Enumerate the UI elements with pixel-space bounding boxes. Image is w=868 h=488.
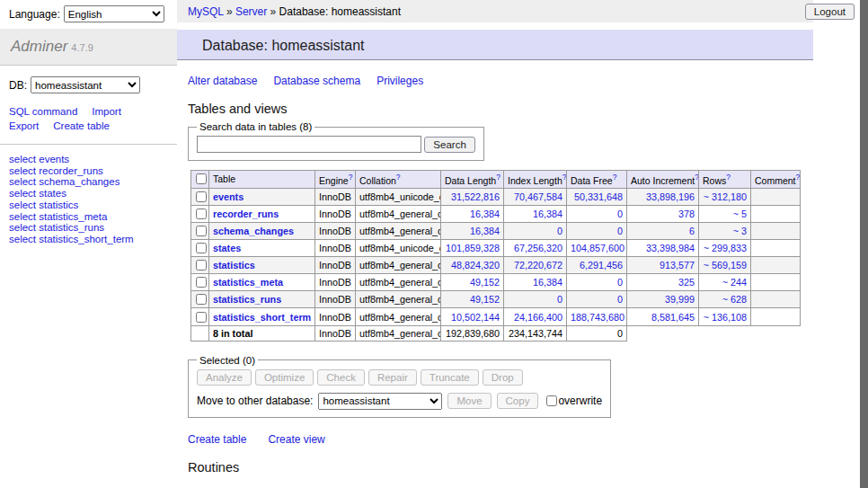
sidebar-link-import[interactable]: Import <box>92 106 121 117</box>
cell-data-length[interactable]: 49,152 <box>441 274 504 291</box>
sidebar-item-select-schema-changes[interactable]: select schema_changes <box>9 176 177 188</box>
row-checkbox-statistics-runs[interactable] <box>196 294 207 305</box>
move-db-select[interactable]: homeassistant <box>318 393 442 410</box>
check-button[interactable]: Check <box>317 369 365 386</box>
cell-rows[interactable]: ~ 3 <box>699 222 751 239</box>
row-checkbox-statistics-short-term[interactable] <box>196 312 207 323</box>
help-link[interactable]: ? <box>349 173 353 182</box>
create-table-link[interactable]: Create table <box>188 433 246 446</box>
table-name-link-statistics[interactable]: statistics <box>213 260 255 271</box>
help-link[interactable]: ? <box>726 173 731 182</box>
cell-data-length[interactable]: 10,502,144 <box>441 308 504 325</box>
cell-auto-increment[interactable]: 913,577 <box>627 257 699 274</box>
cell-data-free[interactable]: 50,331,648 <box>567 188 627 205</box>
table-name-link-statistics-runs[interactable]: statistics_runs <box>213 294 281 305</box>
table-name-link-statistics-meta[interactable]: statistics_meta <box>213 277 283 288</box>
cell-index-length[interactable]: 72,220,672 <box>504 257 567 274</box>
cell-rows[interactable]: ~ 569,159 <box>699 257 751 274</box>
cell-rows[interactable]: ~ 5 <box>699 205 751 222</box>
row-checkbox-statistics[interactable] <box>196 260 207 271</box>
db-select[interactable]: homeassistant <box>31 76 140 93</box>
sidebar-item-select-statistics-meta[interactable]: select statistics_meta <box>9 211 177 223</box>
cell-rows[interactable]: ~ 244 <box>699 274 751 291</box>
cell-auto-increment[interactable]: 6 <box>627 222 699 239</box>
scrollbar[interactable] <box>860 0 868 488</box>
table-name-link-recorder-runs[interactable]: recorder_runs <box>213 209 279 219</box>
cell-data-length[interactable]: 16,384 <box>441 205 504 222</box>
cell-auto-increment[interactable]: 325 <box>627 274 699 291</box>
cell-rows[interactable]: ~ 136,108 <box>699 308 751 325</box>
row-checkbox-schema-changes[interactable] <box>196 226 207 236</box>
repair-button[interactable]: Repair <box>368 369 417 386</box>
cell-rows[interactable]: ~ 312,180 <box>699 188 751 205</box>
truncate-button[interactable]: Truncate <box>421 369 479 386</box>
sidebar-item-select-statistics-short-term[interactable]: select statistics_short_term <box>9 234 177 245</box>
cell-data-length[interactable]: 49,152 <box>441 291 504 308</box>
search-input[interactable] <box>197 136 421 153</box>
cell-auto-increment[interactable]: 33,898,196 <box>627 188 699 205</box>
cell-data-length[interactable]: 48,824,320 <box>441 257 504 274</box>
optimize-button[interactable]: Optimize <box>255 369 314 386</box>
sidebar-link-create-table[interactable]: Create table <box>53 120 110 131</box>
cell-rows[interactable]: ~ 628 <box>699 291 751 308</box>
table-name-link-states[interactable]: states <box>213 243 241 253</box>
language-select[interactable]: English <box>64 5 164 22</box>
copy-button[interactable]: Copy <box>497 393 539 409</box>
cell-data-free[interactable]: 104,857,600 <box>567 239 627 256</box>
link-database-schema[interactable]: Database schema <box>273 75 360 87</box>
link-privileges[interactable]: Privileges <box>376 75 423 87</box>
help-link[interactable]: ? <box>796 173 801 182</box>
cell-data-free[interactable]: 0 <box>567 291 627 308</box>
cell-data-free[interactable]: 0 <box>567 274 627 291</box>
cell-data-length[interactable]: 16,384 <box>441 222 504 239</box>
table-name-link-events[interactable]: events <box>213 191 244 202</box>
cell-data-free[interactable]: 0 <box>567 222 627 239</box>
sidebar-item-select-statistics[interactable]: select statistics <box>9 200 177 211</box>
table-name-link-statistics-short-term[interactable]: statistics_short_term <box>213 312 311 323</box>
row-checkbox-statistics-meta[interactable] <box>196 277 207 288</box>
row-checkbox-states[interactable] <box>196 243 207 253</box>
cell-auto-increment[interactable]: 378 <box>627 205 699 222</box>
cell-index-length[interactable]: 16,384 <box>504 205 567 222</box>
row-checkbox-events[interactable] <box>196 191 207 202</box>
sidebar-link-export[interactable]: Export <box>9 120 39 131</box>
link-alter-database[interactable]: Alter database <box>188 75 257 87</box>
cell-data-free[interactable]: 0 <box>567 205 627 222</box>
cell-data-length[interactable]: 31,522,816 <box>441 188 504 205</box>
help-link[interactable]: ? <box>562 173 567 182</box>
row-checkbox-recorder-runs[interactable] <box>196 209 207 219</box>
sidebar-item-select-statistics-runs[interactable]: select statistics_runs <box>9 222 177 234</box>
cell-index-length[interactable]: 70,467,584 <box>504 188 567 205</box>
create-view-link[interactable]: Create view <box>268 433 324 446</box>
table-name-link-schema-changes[interactable]: schema_changes <box>213 226 294 236</box>
cell-data-free[interactable]: 6,291,456 <box>567 257 627 274</box>
cell-index-length[interactable]: 0 <box>504 291 567 308</box>
cell-index-length[interactable]: 0 <box>504 222 567 239</box>
cell-data-length[interactable]: 101,859,328 <box>441 239 504 256</box>
analyze-button[interactable]: Analyze <box>197 369 252 386</box>
breadcrumb-link-server[interactable]: Server <box>235 5 267 18</box>
sidebar-item-select-recorder-runs[interactable]: select recorder_runs <box>9 165 177 177</box>
cell-auto-increment[interactable]: 33,398,984 <box>627 239 699 256</box>
search-button[interactable]: Search <box>424 137 474 153</box>
cell-index-length[interactable]: 67,256,320 <box>504 239 567 256</box>
cell-auto-increment[interactable]: 39,999 <box>627 291 699 308</box>
cell-index-length[interactable]: 24,166,400 <box>504 308 567 325</box>
cell-rows[interactable]: ~ 299,833 <box>699 239 751 256</box>
help-link[interactable]: ? <box>496 173 500 182</box>
help-link[interactable]: ? <box>396 173 401 182</box>
sidebar-link-sql-command[interactable]: SQL command <box>9 106 77 117</box>
sidebar-item-select-events[interactable]: select events <box>9 154 177 165</box>
breadcrumb-link-mysql[interactable]: MySQL <box>188 5 224 18</box>
overwrite-checkbox[interactable] <box>546 395 557 406</box>
cell-index-length[interactable]: 16,384 <box>504 274 567 291</box>
drop-button[interactable]: Drop <box>483 369 523 386</box>
select-all-checkbox[interactable] <box>196 173 207 184</box>
cell-data-free[interactable]: 188,743,680 <box>567 308 627 325</box>
help-link[interactable]: ? <box>695 173 698 182</box>
help-link[interactable]: ? <box>613 173 617 182</box>
move-button[interactable]: Move <box>447 393 491 409</box>
logout-button[interactable]: Logout <box>805 4 855 20</box>
sidebar-item-select-states[interactable]: select states <box>9 188 177 200</box>
cell-auto-increment[interactable]: 8,581,645 <box>627 308 699 325</box>
